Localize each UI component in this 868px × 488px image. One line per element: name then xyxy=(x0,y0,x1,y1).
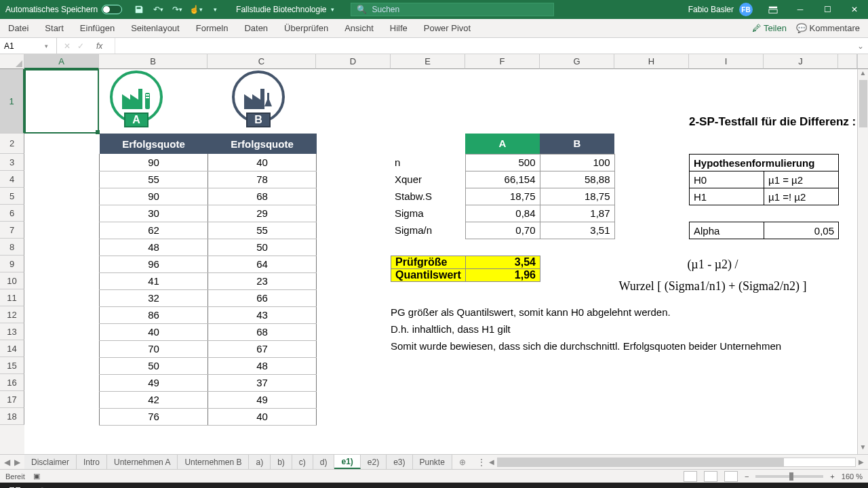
column-header-E[interactable]: E xyxy=(391,54,465,69)
table-cell[interactable]: 55 xyxy=(208,222,317,239)
select-all-button[interactable] xyxy=(0,54,24,69)
table-cell[interactable]: 29 xyxy=(208,205,317,222)
table-cell[interactable]: 55 xyxy=(100,171,208,188)
stats-value-a[interactable]: 500 xyxy=(465,154,540,171)
document-title[interactable]: Fallstudie Biotechnologie ▾ xyxy=(226,5,343,14)
ribbon-tab-seitenlayout[interactable]: Seitenlayout xyxy=(123,19,188,37)
expand-formula-bar-icon[interactable]: ⌄ xyxy=(853,41,868,51)
search-button[interactable]: 🔍 xyxy=(30,483,57,488)
stats-value-a[interactable]: 0,84 xyxy=(465,205,540,222)
ribbon-mode-icon[interactable] xyxy=(760,0,787,19)
sheet-tab[interactable]: Unternehmen B xyxy=(178,455,249,469)
column-header-H[interactable]: H xyxy=(614,54,689,69)
vertical-scrollbar[interactable]: ▲ ▼ xyxy=(857,69,868,454)
sheet-tab[interactable]: Unternehmen A xyxy=(107,455,178,469)
comments-button[interactable]: 💬 Kommentare xyxy=(796,23,860,33)
scroll-up-icon[interactable]: ▲ xyxy=(858,69,868,80)
column-header-C[interactable]: C xyxy=(208,54,316,69)
page-layout-view-button[interactable] xyxy=(704,471,717,482)
row-header-17[interactable]: 17 xyxy=(0,391,24,408)
maximize-button[interactable]: ☐ xyxy=(814,0,841,19)
row-header-12[interactable]: 12 xyxy=(0,306,24,323)
table-cell[interactable]: 43 xyxy=(208,306,317,323)
row-header-10[interactable]: 10 xyxy=(0,272,24,289)
row-header-8[interactable]: 8 xyxy=(0,239,24,256)
hscroll-thumb[interactable] xyxy=(498,458,784,466)
table-cell[interactable]: 41 xyxy=(100,272,208,289)
table-cell[interactable]: 37 xyxy=(208,374,317,391)
chevron-down-icon[interactable]: ▾ xyxy=(45,43,48,49)
row-header-18[interactable]: 18 xyxy=(0,408,24,425)
ribbon-tab-start[interactable]: Start xyxy=(37,19,71,37)
sheet-tab[interactable]: d) xyxy=(313,455,335,469)
minimize-button[interactable]: ─ xyxy=(787,0,814,19)
macro-record-icon[interactable]: ▣ xyxy=(33,472,40,481)
zoom-out-button[interactable]: − xyxy=(745,472,749,481)
ribbon-tab-datei[interactable]: Datei xyxy=(0,19,37,37)
row-header-2[interactable]: 2 xyxy=(0,134,24,154)
row-header-14[interactable]: 14 xyxy=(0,340,24,357)
row-header-15[interactable]: 15 xyxy=(0,357,24,374)
stats-value-b[interactable]: 58,88 xyxy=(540,171,614,188)
close-button[interactable]: ✕ xyxy=(841,0,868,19)
table-cell[interactable]: 96 xyxy=(100,256,208,272)
column-header-I[interactable]: I xyxy=(689,54,764,69)
table-cell[interactable]: 76 xyxy=(100,408,208,425)
scroll-left-icon[interactable]: ◀ xyxy=(489,458,494,466)
stats-label[interactable]: Stabw.S xyxy=(391,188,465,205)
word-icon[interactable]: ▦ xyxy=(144,483,171,488)
table-cell[interactable]: 86 xyxy=(100,306,208,323)
page-break-view-button[interactable] xyxy=(724,471,738,482)
column-header-G[interactable]: G xyxy=(540,54,614,69)
table-cell[interactable]: 67 xyxy=(208,340,317,357)
start-button[interactable] xyxy=(1,483,28,488)
ribbon-tab-hilfe[interactable]: Hilfe xyxy=(382,19,416,37)
table-cell[interactable]: 70 xyxy=(100,340,208,357)
table-cell[interactable]: 64 xyxy=(208,256,317,272)
table-cell[interactable]: 68 xyxy=(208,188,317,205)
new-sheet-button[interactable]: ⊕ xyxy=(452,455,473,469)
next-sheet-icon[interactable]: ▶ xyxy=(14,458,20,467)
row-header-4[interactable]: 4 xyxy=(0,171,24,188)
zoom-in-button[interactable]: + xyxy=(830,472,834,481)
table-cell[interactable]: 40 xyxy=(208,154,317,171)
name-box[interactable]: ▾ xyxy=(0,38,57,54)
row-header-7[interactable]: 7 xyxy=(0,222,24,239)
row-header-5[interactable]: 5 xyxy=(0,188,24,205)
vscroll-thumb[interactable] xyxy=(859,80,867,127)
normal-view-button[interactable] xyxy=(684,471,697,482)
table-cell[interactable]: 50 xyxy=(100,357,208,374)
cell-reference-input[interactable] xyxy=(4,41,42,51)
save-icon[interactable] xyxy=(134,5,144,14)
firefox-icon[interactable]: ● xyxy=(172,483,199,488)
table-cell[interactable]: 50 xyxy=(208,239,317,256)
row-header-16[interactable]: 16 xyxy=(0,374,24,391)
sheet-tab[interactable]: e3) xyxy=(387,455,412,469)
stats-value-b[interactable]: 3,51 xyxy=(540,222,614,239)
cell-grid[interactable]: A B Erfolgsquote Erfolgsquote 9040557890… xyxy=(24,69,857,454)
ribbon-tab-daten[interactable]: Daten xyxy=(236,19,276,37)
stats-value-b[interactable]: 100 xyxy=(540,154,614,171)
ribbon-tab-ansicht[interactable]: Ansicht xyxy=(336,19,382,37)
undo-icon[interactable]: ↶▾ xyxy=(153,5,163,14)
task-view-button[interactable]: ⊞ xyxy=(58,483,85,488)
excel-icon[interactable]: ▦ xyxy=(115,483,142,488)
table-cell[interactable]: 40 xyxy=(208,408,317,425)
ribbon-tab-einfuegen[interactable]: Einfügen xyxy=(72,19,123,37)
ribbon-tab-ueberpruefen[interactable]: Überprüfen xyxy=(276,19,336,37)
table-cell[interactable]: 42 xyxy=(100,391,208,408)
column-header-J[interactable]: J xyxy=(764,54,838,69)
table-cell[interactable]: 48 xyxy=(208,357,317,374)
sheet-tab[interactable]: e1) xyxy=(334,455,360,469)
stats-label[interactable]: Sigma/n xyxy=(391,222,465,239)
table-cell[interactable]: 90 xyxy=(100,154,208,171)
autosave-toggle[interactable]: Automatisches Speichern xyxy=(0,5,127,14)
table-cell[interactable]: 90 xyxy=(100,188,208,205)
column-header-B[interactable]: B xyxy=(99,54,208,69)
share-button[interactable]: 🖉 Teilen xyxy=(752,23,787,33)
stats-value-b[interactable]: 18,75 xyxy=(540,188,614,205)
qat-more-icon[interactable]: ▾ xyxy=(210,5,220,14)
stats-label[interactable]: Sigma xyxy=(391,205,465,222)
column-header-D[interactable]: D xyxy=(316,54,391,69)
search-box[interactable]: 🔍 Suchen xyxy=(351,3,554,16)
